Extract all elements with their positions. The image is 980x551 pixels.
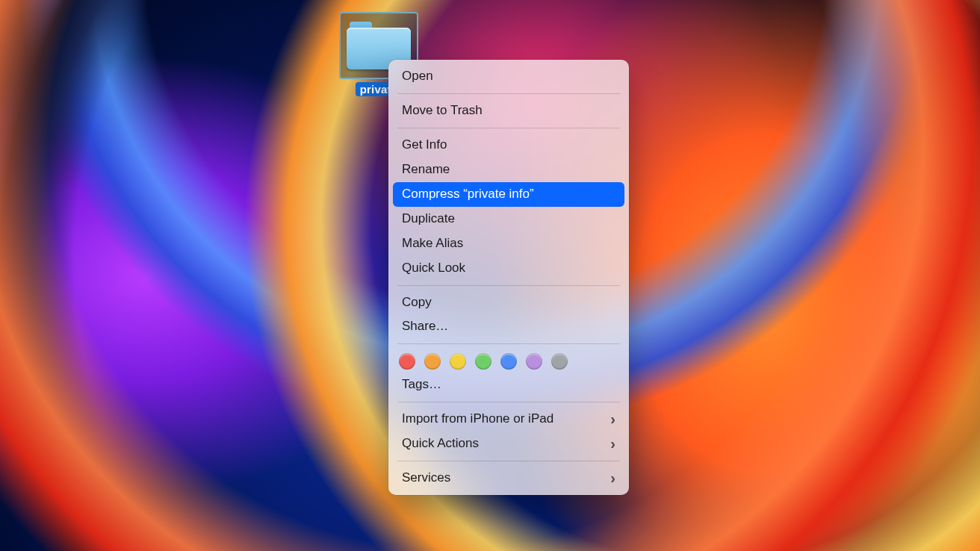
menu-item-copy[interactable]: Copy	[388, 290, 629, 315]
menu-item-share[interactable]: Share…	[388, 314, 629, 339]
tag-color-orange[interactable]	[424, 353, 441, 370]
menu-separator	[397, 285, 620, 286]
menu-item-make-alias[interactable]: Make Alias	[388, 231, 629, 256]
tag-color-green[interactable]	[475, 353, 491, 370]
menu-item-label: Copy	[402, 294, 432, 311]
menu-item-tags[interactable]: Tags…	[388, 373, 629, 397]
menu-item-move-to-trash[interactable]: Move to Trash	[388, 99, 629, 123]
menu-item-label: Get Info	[402, 137, 447, 154]
tag-color-red[interactable]	[399, 353, 415, 370]
menu-item-import-from-iphone[interactable]: Import from iPhone or iPad ›	[388, 407, 629, 432]
menu-item-label: Make Alias	[402, 235, 463, 252]
desktop-wallpaper: private Open Move to Trash Get Info Rena…	[0, 0, 980, 551]
menu-item-compress[interactable]: Compress “private info”	[393, 182, 624, 207]
tag-color-blue[interactable]	[500, 353, 517, 370]
menu-item-label: Services	[402, 470, 450, 487]
menu-separator	[397, 402, 620, 402]
menu-item-label: Import from iPhone or iPad	[402, 411, 553, 428]
menu-item-label: Open	[402, 68, 433, 85]
menu-item-label: Share…	[402, 318, 448, 335]
chevron-right-icon: ›	[610, 436, 615, 451]
tag-color-yellow[interactable]	[450, 353, 466, 370]
tag-color-gray[interactable]	[551, 353, 568, 370]
menu-item-label: Move to Trash	[402, 102, 483, 119]
context-menu: Open Move to Trash Get Info Rename Compr…	[388, 60, 629, 495]
menu-item-duplicate[interactable]: Duplicate	[388, 207, 629, 231]
menu-separator	[397, 128, 620, 128]
menu-item-label: Rename	[402, 161, 450, 178]
menu-item-services[interactable]: Services ›	[388, 466, 629, 491]
chevron-right-icon: ›	[610, 470, 615, 485]
menu-item-rename[interactable]: Rename	[388, 158, 629, 182]
menu-item-label: Quick Actions	[402, 435, 479, 452]
menu-item-quick-actions[interactable]: Quick Actions ›	[388, 432, 629, 456]
menu-item-label: Duplicate	[402, 211, 455, 228]
menu-separator	[397, 93, 620, 94]
tag-color-row	[388, 349, 629, 373]
menu-item-label: Compress “private info”	[402, 186, 534, 203]
menu-item-label: Tags…	[402, 376, 441, 393]
menu-item-open[interactable]: Open	[388, 64, 629, 89]
menu-item-label: Quick Look	[402, 260, 465, 277]
menu-item-get-info[interactable]: Get Info	[388, 133, 629, 158]
menu-separator	[397, 343, 620, 344]
menu-item-quick-look[interactable]: Quick Look	[388, 256, 629, 281]
chevron-right-icon: ›	[610, 411, 615, 426]
menu-separator	[397, 461, 620, 461]
tag-color-purple[interactable]	[526, 353, 542, 370]
